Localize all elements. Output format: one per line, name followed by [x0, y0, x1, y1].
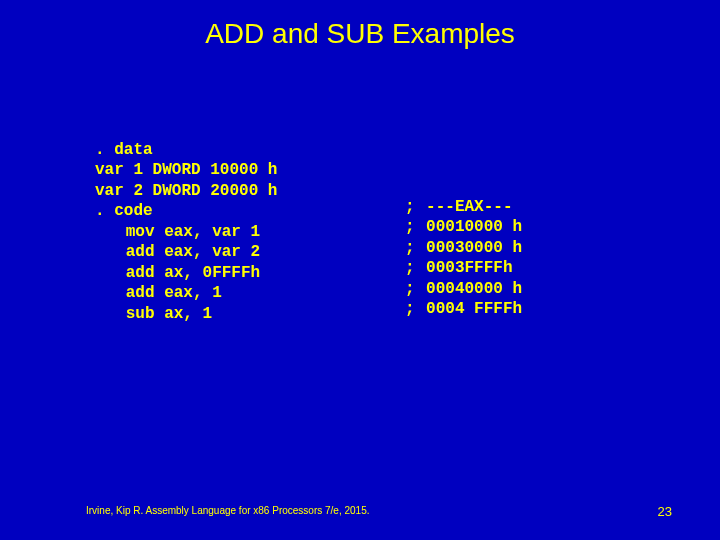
comment-line: ;00010000 h: [405, 217, 522, 237]
comment-column: ;---EAX---;00010000 h;00030000 h;0003FFF…: [405, 197, 522, 320]
code-line: var 1 DWORD 10000 h: [95, 160, 277, 180]
page-number: 23: [658, 504, 672, 519]
footer-citation: Irvine, Kip R. Assembly Language for x86…: [86, 505, 370, 516]
code-line: sub ax, 1: [95, 304, 277, 324]
code-line: add eax, var 2: [95, 242, 277, 262]
code-block: . datavar 1 DWORD 10000 hvar 2 DWORD 200…: [95, 140, 277, 324]
code-text: add eax, var 2: [126, 243, 260, 261]
slide: ADD and SUB Examples . datavar 1 DWORD 1…: [0, 0, 720, 540]
code-line: var 2 DWORD 20000 h: [95, 181, 277, 201]
code-line: add eax, 1: [95, 283, 277, 303]
code-text: var 2 DWORD 20000 h: [95, 182, 277, 200]
comment-line: ;0004 FFFFh: [405, 299, 522, 319]
code-text: . code: [95, 202, 153, 220]
code-line: mov eax, var 1: [95, 222, 277, 242]
code-text: mov eax, var 1: [126, 223, 260, 241]
comment-line: ;0003FFFFh: [405, 258, 522, 278]
comment-prefix: ;: [405, 299, 426, 319]
code-text: . data: [95, 141, 153, 159]
code-text: add eax, 1: [126, 284, 222, 302]
code-text: var 1 DWORD 10000 h: [95, 161, 277, 179]
comment-text: ---EAX---: [426, 198, 512, 216]
comment-text: 00030000 h: [426, 239, 522, 257]
code-line: . code: [95, 201, 277, 221]
code-text: add ax, 0FFFFh: [126, 264, 260, 282]
comment-prefix: ;: [405, 279, 426, 299]
comment-line: ;00030000 h: [405, 238, 522, 258]
comment-prefix: ;: [405, 258, 426, 278]
comment-text: 0003FFFFh: [426, 259, 512, 277]
comment-text: 00040000 h: [426, 280, 522, 298]
code-line: . data: [95, 140, 277, 160]
comment-text: 00010000 h: [426, 218, 522, 236]
code-line: add ax, 0FFFFh: [95, 263, 277, 283]
code-text: sub ax, 1: [126, 305, 212, 323]
comment-prefix: ;: [405, 238, 426, 258]
comment-prefix: ;: [405, 197, 426, 217]
comment-text: 0004 FFFFh: [426, 300, 522, 318]
comment-prefix: ;: [405, 217, 426, 237]
comment-line: ;---EAX---: [405, 197, 522, 217]
slide-title: ADD and SUB Examples: [0, 18, 720, 50]
comment-line: ;00040000 h: [405, 279, 522, 299]
